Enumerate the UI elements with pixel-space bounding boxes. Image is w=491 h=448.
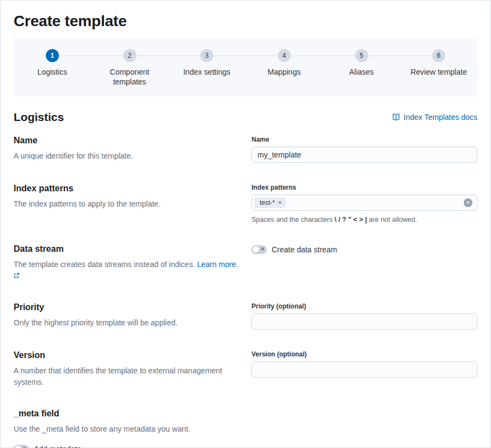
create-data-stream-toggle[interactable]: ✕ — [252, 245, 267, 254]
step-number: 6 — [432, 49, 445, 62]
toggle-off-icon: ✕ — [260, 247, 265, 252]
meta-field-block: _meta field Use the _meta field to store… — [14, 409, 477, 448]
meta-field-description: Use the _meta field to store any metadat… — [14, 423, 477, 435]
index-patterns-help-text: Spaces and the characters \ / ? " < > | … — [252, 216, 477, 223]
version-row-description: A number that identifies the template to… — [14, 365, 242, 388]
step-label: Logistics — [22, 67, 83, 77]
data-stream-field-col: ✕ Create data stream — [252, 244, 477, 282]
version-input[interactable] — [252, 361, 477, 378]
step-number: 4 — [278, 49, 291, 62]
stepper: 1 Logistics 2 Component templates 3 Inde… — [14, 39, 477, 96]
add-metadata-toggle[interactable]: ✕ — [14, 445, 29, 448]
priority-row-description: Only the highest priority template will … — [14, 317, 242, 329]
data-stream-description-col: Data stream The template creates data st… — [14, 244, 242, 282]
step-label: Mappings — [254, 67, 315, 77]
step-label: Review template — [408, 67, 469, 77]
step-number: 3 — [200, 49, 213, 62]
section-header: Logistics Index Templates docs — [1, 96, 490, 136]
data-stream-row: Data stream The template creates data st… — [14, 244, 477, 282]
priority-description-col: Priority Only the highest priority templ… — [14, 302, 242, 330]
name-row-description: A unique identifier for this template. — [14, 150, 242, 162]
step-label: Aliases — [331, 67, 392, 77]
data-stream-row-title: Data stream — [14, 244, 242, 254]
name-description-col: Name A unique identifier for this templa… — [14, 136, 242, 163]
index-pattern-tag-label: test-* — [260, 199, 275, 207]
version-field-col: Version (optional) — [252, 350, 477, 388]
step-logistics[interactable]: 1 Logistics — [14, 49, 91, 87]
name-field-col: Name — [252, 136, 477, 163]
page-header: Create template — [1, 1, 490, 39]
logistics-form: Name A unique identifier for this templa… — [1, 136, 490, 448]
create-template-panel: Create template 1 Logistics 2 Component … — [0, 0, 491, 448]
name-field-label: Name — [252, 136, 477, 143]
version-description-col: Version A number that identifies the tem… — [14, 350, 242, 388]
data-stream-row-description: The template creates data streams instea… — [14, 259, 242, 282]
index-patterns-row-title: Index patterns — [14, 184, 242, 193]
step-number: 2 — [123, 49, 136, 62]
priority-field-label: Priority (optional) — [252, 302, 477, 310]
step-mappings[interactable]: 4 Mappings — [246, 49, 323, 87]
index-templates-docs-link[interactable]: Index Templates docs — [392, 113, 477, 122]
version-row: Version A number that identifies the tem… — [14, 350, 477, 388]
step-review-template[interactable]: 6 Review template — [400, 49, 477, 87]
docs-link-label: Index Templates docs — [404, 113, 477, 122]
index-patterns-row: Index patterns The index patterns to app… — [14, 184, 477, 223]
step-number: 1 — [46, 49, 59, 62]
name-row: Name A unique identifier for this templa… — [14, 136, 477, 163]
step-label: Index settings — [176, 67, 237, 77]
step-number: 5 — [355, 49, 368, 62]
create-data-stream-toggle-label: Create data stream — [272, 245, 337, 254]
index-patterns-combobox[interactable]: test-* ✕ ✕ — [252, 195, 477, 211]
external-link-icon — [14, 270, 20, 282]
priority-row-title: Priority — [14, 302, 242, 312]
create-data-stream-toggle-row: ✕ Create data stream — [252, 244, 477, 254]
toggle-knob — [253, 246, 259, 253]
index-patterns-description-col: Index patterns The index patterns to app… — [14, 184, 242, 223]
name-input[interactable] — [252, 147, 477, 163]
version-field-label: Version (optional) — [252, 350, 477, 358]
add-metadata-toggle-label: Add metadata — [34, 445, 81, 448]
step-component-templates[interactable]: 2 Component templates — [91, 49, 169, 87]
priority-row: Priority Only the highest priority templ… — [14, 302, 477, 330]
step-label: Component templates — [99, 67, 160, 87]
index-pattern-tag: test-* ✕ — [255, 198, 285, 208]
meta-field-title: _meta field — [14, 409, 477, 419]
combobox-clear-icon[interactable]: ✕ — [464, 198, 472, 207]
name-row-title: Name — [14, 136, 242, 146]
index-patterns-field-label: Index patterns — [252, 184, 477, 191]
step-index-settings[interactable]: 3 Index settings — [168, 49, 246, 87]
priority-input[interactable] — [252, 313, 477, 330]
add-metadata-toggle-row: ✕ Add metadata — [14, 444, 477, 448]
page-title: Create template — [14, 13, 477, 30]
version-row-title: Version — [14, 350, 242, 360]
toggle-knob — [15, 446, 21, 448]
priority-field-col: Priority (optional) — [252, 302, 477, 330]
docs-icon — [392, 113, 400, 122]
step-aliases[interactable]: 5 Aliases — [323, 49, 400, 87]
index-patterns-field-col: Index patterns test-* ✕ ✕ Spaces and the… — [252, 184, 477, 223]
tag-remove-icon[interactable]: ✕ — [278, 200, 282, 205]
index-patterns-row-description: The index patterns to apply to the templ… — [14, 198, 242, 210]
section-title: Logistics — [14, 111, 64, 124]
